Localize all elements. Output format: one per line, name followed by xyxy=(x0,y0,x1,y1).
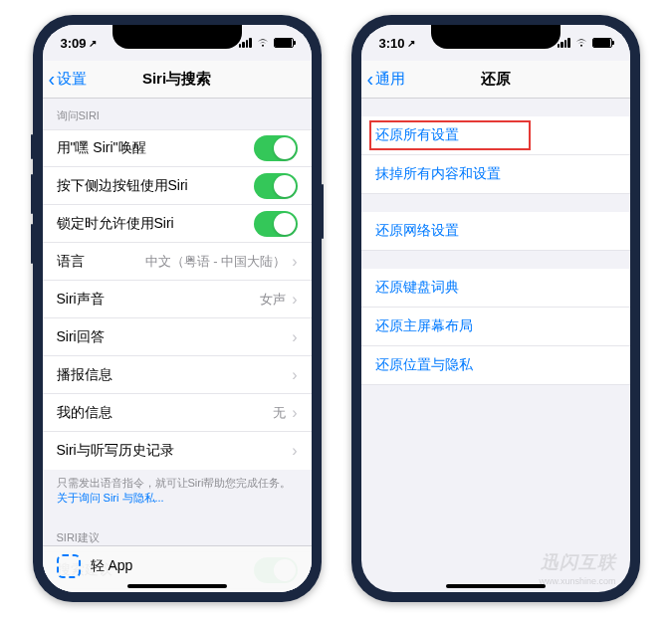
battery-icon xyxy=(274,38,294,48)
chevron-right-icon: › xyxy=(292,253,297,271)
row-language[interactable]: 语言 中文（粤语 - 中国大陆） › xyxy=(43,243,312,281)
location-icon: ↗ xyxy=(407,38,415,49)
home-indicator[interactable] xyxy=(127,584,227,588)
row-reset-home[interactable]: 还原主屏幕布局 xyxy=(361,308,630,346)
chevron-left-icon: ‹ xyxy=(49,68,56,91)
section-header-ask-siri: 询问SIRI xyxy=(43,99,312,129)
content-scroll[interactable]: 还原所有设置 抹掉所有内容和设置 还原网络设置 还原键盘词典 还原主屏 xyxy=(361,99,630,592)
location-icon: ↗ xyxy=(89,38,97,49)
row-reset-all[interactable]: 还原所有设置 xyxy=(361,116,630,155)
chevron-right-icon: › xyxy=(292,404,297,422)
bottom-bar: 轻 App xyxy=(43,545,312,592)
page-title: Siri与搜索 xyxy=(142,70,211,89)
signal-icon xyxy=(558,38,570,48)
back-button[interactable]: ‹ 通用 xyxy=(361,68,406,91)
nav-bar: ‹ 通用 还原 xyxy=(361,61,630,99)
row-voice[interactable]: Siri声音 女声 › xyxy=(43,281,312,318)
row-erase-all[interactable]: 抹掉所有内容和设置 xyxy=(361,155,630,194)
toggle-locked[interactable] xyxy=(254,211,298,237)
page-title: 还原 xyxy=(481,70,511,89)
row-reset-keyboard[interactable]: 还原键盘词典 xyxy=(361,269,630,308)
wifi-icon xyxy=(256,38,270,48)
row-app-clip[interactable]: 轻 App xyxy=(57,554,298,578)
toggle-hey-siri[interactable] xyxy=(254,135,298,161)
row-hey-siri[interactable]: 用"嘿 Siri"唤醒 xyxy=(43,129,312,167)
row-my-info[interactable]: 我的信息 无 › xyxy=(43,394,312,432)
chevron-right-icon: › xyxy=(292,442,297,460)
back-button[interactable]: ‹ 设置 xyxy=(43,68,88,91)
notch xyxy=(112,25,242,49)
row-reset-network[interactable]: 还原网络设置 xyxy=(361,212,630,251)
phone-reset: 3:10 ↗ ‹ 通用 还原 还原所有设置 xyxy=(351,15,640,602)
watermark: 迅闪互联 xyxy=(541,550,616,574)
phone-siri-settings: 3:09 ↗ ‹ 设置 Siri与搜索 询问SIRI 用"嘿 Siri"唤醒 xyxy=(33,15,322,602)
row-history[interactable]: Siri与听写历史记录 › xyxy=(43,432,312,470)
status-time: 3:09 xyxy=(61,36,87,51)
toggle-press-side[interactable] xyxy=(254,173,298,199)
url-mark: www.xunshine.com xyxy=(539,576,615,586)
link-siri-privacy[interactable]: 关于询问 Siri 与隐私... xyxy=(57,492,164,504)
row-response[interactable]: Siri回答 › xyxy=(43,318,312,356)
footer-ask-siri: 只需发出语音指令，就可让Siri帮助您完成任务。 关于询问 Siri 与隐私..… xyxy=(43,470,312,513)
content-scroll[interactable]: 询问SIRI 用"嘿 Siri"唤醒 按下侧边按钮使用Siri 锁定时允许使用S… xyxy=(43,99,312,592)
chevron-right-icon: › xyxy=(292,366,297,384)
status-time: 3:10 xyxy=(379,36,405,51)
app-clip-icon xyxy=(57,554,81,578)
row-press-side[interactable]: 按下侧边按钮使用Siri xyxy=(43,167,312,205)
home-indicator[interactable] xyxy=(446,584,546,588)
chevron-right-icon: › xyxy=(292,291,297,309)
notch xyxy=(431,25,560,49)
nav-bar: ‹ 设置 Siri与搜索 xyxy=(43,61,312,99)
row-reset-location[interactable]: 还原位置与隐私 xyxy=(361,346,630,385)
row-locked[interactable]: 锁定时允许使用Siri xyxy=(43,205,312,243)
chevron-right-icon: › xyxy=(292,328,297,346)
battery-icon xyxy=(592,38,612,48)
signal-icon xyxy=(239,38,252,48)
row-announce[interactable]: 播报信息 › xyxy=(43,356,312,394)
wifi-icon xyxy=(574,38,588,48)
chevron-left-icon: ‹ xyxy=(367,68,374,91)
